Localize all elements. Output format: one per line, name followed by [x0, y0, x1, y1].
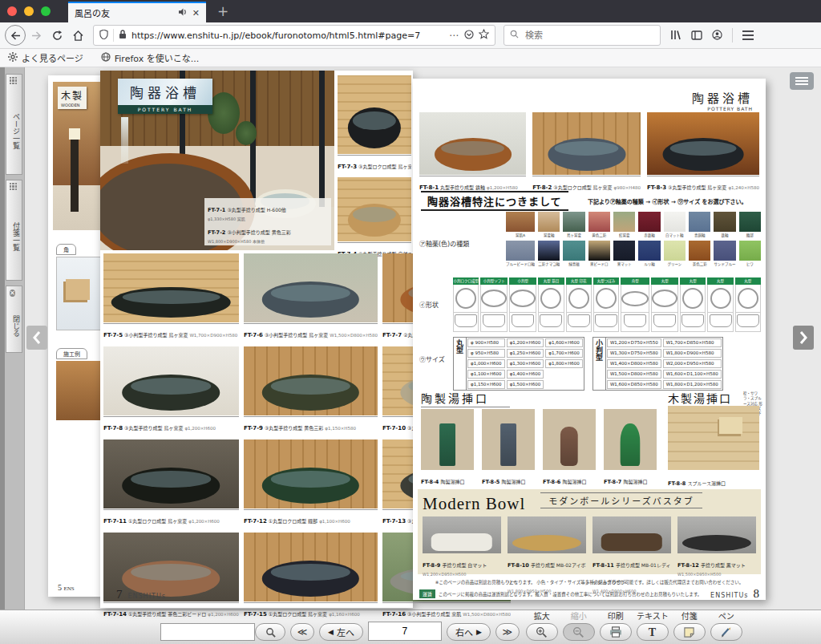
prev-page-button[interactable]: ◀ 左へ	[319, 623, 363, 641]
sidebar-tab-close[interactable]: ✕ 閉じる	[6, 286, 22, 353]
pen-button[interactable]: ペン	[710, 610, 742, 641]
shape-option-row: 小判ロクロ成型小判型ソフト小判型丸型 筋目丸型 印花丸型つぼみ舟型丸型丸型丸型丸…	[453, 277, 761, 332]
product-desc: ③丸型手捻り成型 黄色三彩	[265, 425, 323, 431]
glaze-type-label: ㋐釉薬(色)の種類	[419, 239, 469, 248]
shape-name: 丸型 筋目	[538, 277, 564, 285]
product-photo	[677, 516, 756, 553]
find-input[interactable]	[160, 623, 255, 641]
product-photo	[244, 346, 378, 415]
product-photo	[419, 112, 526, 175]
size-column: φ1,200×H600φ1,250×H600φ1,300×H600φ1,400×…	[506, 338, 545, 390]
product-caption: FT-7-6③小判型手捻り成型 鳥ヶ窯変W1,500×D800×H580	[244, 323, 378, 341]
text-icon[interactable]: T	[637, 623, 669, 641]
tab-audio-icon[interactable]	[179, 8, 188, 18]
home-button[interactable]	[67, 25, 88, 46]
glaze-swatch: 鉄釉	[714, 212, 735, 237]
shape-side-view	[538, 313, 564, 332]
reload-button[interactable]	[47, 25, 67, 46]
glaze-name: 鉄釉	[714, 233, 735, 237]
zoom-out-button[interactable]: 縮小	[563, 610, 595, 641]
next-page-button[interactable]: 右へ ▶	[447, 623, 491, 641]
ebook-viewer: ページ一覧 付箋一覧 ✕ 閉じる 木製 WOODEN 角 施工例 5 ENS	[0, 67, 821, 610]
bookmark-item-frequent[interactable]: よく見るページ	[8, 51, 83, 64]
url-bar[interactable]: https://www.enshitu-n.jp//ebook/furonoto…	[93, 25, 495, 46]
tab-close-icon[interactable]: ✕	[192, 8, 200, 18]
glaze-name: 黄色二彩	[588, 233, 610, 237]
bookmark-star-icon[interactable]	[479, 29, 489, 42]
size-value: W1,300×D750×H580	[607, 349, 661, 358]
tool-label: 拡大	[534, 610, 550, 622]
shape-name: 丸型	[707, 277, 733, 285]
grid-icon	[10, 77, 17, 84]
product-code: FT-8-9	[423, 562, 440, 569]
lock-icon[interactable]	[119, 30, 127, 42]
catalog-page-7[interactable]: FT-7-1③丸型手捻り成型 H-600他φ1,330×H580 窯肌 FT-7…	[100, 71, 413, 608]
glaze-name: ブルービードロ釉	[506, 261, 535, 266]
text-button[interactable]: テキストT	[637, 610, 669, 641]
glaze-name: 鳥ヶ窯変	[563, 233, 584, 237]
tracking-shield-icon[interactable]	[99, 30, 108, 42]
print-icon[interactable]	[600, 623, 632, 641]
zoom-out-icon[interactable]	[563, 623, 595, 641]
catalog-page-8[interactable]: 陶器浴槽 POTTERY BATH FT-8-1丸型手捻り成型 鉄釉φ1,200…	[413, 79, 766, 600]
zoom-in-icon[interactable]	[526, 623, 558, 641]
size-column: W1,200×D750×H550W1,300×D750×H580W1,400×D…	[606, 338, 662, 390]
sticky-note-button[interactable]: 付箋	[673, 610, 706, 641]
page8-note2-row: 運賃 このページに掲載の商品は運賃別途となります。搬入費・設置費その他工事につい…	[419, 587, 759, 601]
product-photo	[532, 112, 641, 175]
bookmark-item-firefox[interactable]: Firefox を使いこな...	[101, 51, 199, 64]
tub-shape	[431, 533, 492, 551]
viewer-menu-button[interactable]	[790, 72, 814, 90]
account-icon[interactable]	[712, 28, 722, 43]
size-column: W1,700×D850×H580W1,800×D900×H580W2,000×D…	[662, 338, 722, 390]
search-input[interactable]	[524, 30, 654, 41]
spout-shape	[620, 423, 640, 466]
pocket-icon[interactable]	[464, 30, 474, 42]
menu-icon[interactable]	[742, 30, 754, 40]
new-tab-button[interactable]: +	[217, 0, 229, 22]
size-value: φ1,600×H600	[545, 338, 583, 347]
maximize-window-button[interactable]	[41, 6, 51, 16]
sidebar-tab-page-list[interactable]: ページ一覧	[6, 74, 22, 175]
page7-product-grid: FT-7-5③小判型手捻り成型 鳥ヶ窯変W1,700×D900×H580FT-7…	[103, 253, 410, 620]
glaze-chip	[689, 212, 710, 232]
search-bar[interactable]	[504, 25, 661, 46]
product-FT-7-11: FT-7-11①丸型ロクロ成型 鳥ヶ窯変φ1,200×H600	[103, 439, 239, 527]
product-photo	[103, 346, 239, 415]
product-size: φ1,100×H600	[319, 519, 350, 524]
close-window-button[interactable]	[7, 6, 17, 16]
glaze-chip	[588, 241, 610, 261]
sidebar-toggle-icon[interactable]	[691, 28, 702, 43]
prev-page-arrow[interactable]	[26, 326, 47, 350]
page-actions-icon[interactable]: ⋯	[449, 30, 459, 41]
glaze-chip	[664, 241, 686, 261]
tub-shape	[435, 138, 512, 171]
find-button[interactable]	[255, 623, 285, 641]
sticky-note-icon[interactable]	[673, 623, 706, 641]
previous-page-peek[interactable]: 木製 WOODEN 角 施工例 5 ENS	[48, 75, 104, 597]
product-FT-7-15: FT-7-15①丸型ロクロ成型 鳥ヶ窯変φ1,160×H600	[244, 533, 378, 620]
pottery-spout-products: FT-8-4陶製湯挿口W250×D250×H600FT-8-5陶製湯挿口W250…	[421, 409, 657, 493]
next-page-arrow[interactable]	[793, 326, 814, 350]
tool-button-group: 拡大縮小印刷テキストT付箋ペン	[524, 610, 742, 641]
page8-note2: このページに掲載の商品は運賃別途となります。搬入費・設置費その他工事については別…	[439, 591, 702, 597]
page-number-input[interactable]	[368, 622, 442, 641]
print-button[interactable]: 印刷	[600, 610, 632, 641]
product-FT-7-8: FT-7-8③丸型手捻り成型 鳥ヶ窯変φ1,200×H600	[103, 346, 239, 434]
sidebar-tab-sticky-list[interactable]: 付箋一覧	[6, 180, 22, 281]
glaze-name: ルリ釉	[638, 261, 660, 266]
product-FT-8-4: FT-8-4陶製湯挿口W250×D250×H600	[421, 409, 474, 493]
zoom-in-button[interactable]: 拡大	[526, 610, 558, 641]
back-button[interactable]	[5, 25, 26, 46]
tub-water	[271, 285, 350, 302]
first-page-button[interactable]: ≪	[290, 623, 314, 641]
minimize-window-button[interactable]	[24, 6, 34, 16]
pen-icon[interactable]	[710, 623, 742, 641]
bookmarks-bar: よく見るページ Firefox を使いこな...	[0, 49, 821, 67]
library-icon[interactable]	[670, 28, 681, 43]
last-page-button[interactable]: ≫	[495, 623, 520, 641]
product-code: FT-7-11	[103, 518, 127, 525]
product-FT-8-7: FT-8-7陶製湯挿口W400×D450×H800	[604, 409, 657, 493]
forward-button[interactable]	[26, 25, 47, 46]
browser-tab[interactable]: 風呂の友 ✕	[68, 2, 206, 22]
